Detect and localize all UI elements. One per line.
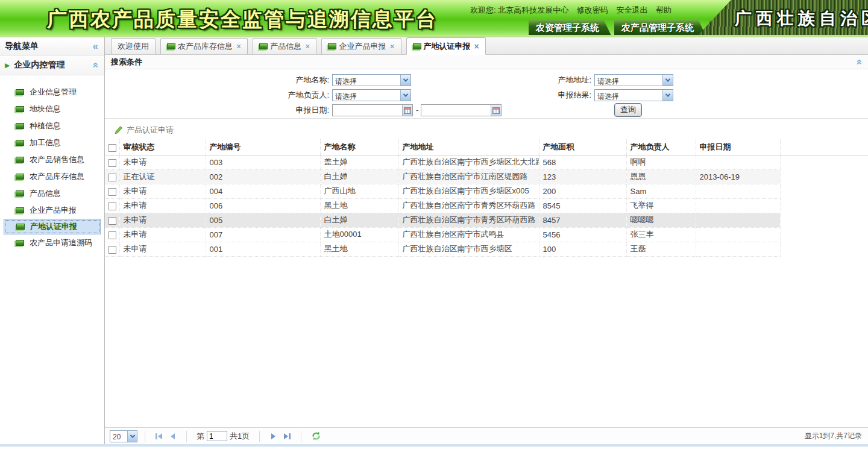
- tab-welcome[interactable]: 欢迎使用: [111, 38, 156, 54]
- table-row[interactable]: 未申请 007 土地00001 广西壮族自治区南宁市武鸣县 5456 张三丰: [105, 228, 868, 242]
- folder-icon: [16, 224, 25, 230]
- table-row[interactable]: 未申请 006 黑土地 广西壮族自治区南宁市青秀区环葫西路 8545 飞举得: [105, 199, 868, 213]
- sidebar-item-label: 产地认证申报: [30, 221, 77, 232]
- row-checkbox[interactable]: [108, 217, 116, 225]
- sidebar-item-label: 企业信息管理: [30, 87, 77, 98]
- sidebar-item-land-info[interactable]: 地块信息: [4, 101, 101, 118]
- last-page-button[interactable]: [280, 430, 294, 442]
- folder-icon: [16, 207, 24, 213]
- table-row[interactable]: 未申请 001 黑土地 广西壮族自治区南宁市西乡塘区 100 王磊: [105, 242, 868, 257]
- folder-icon: [16, 240, 24, 246]
- results-table: 审核状态 产地编号 产地名称 产地地址 产地面积 产地负责人 申报日期 未申请 …: [105, 139, 868, 257]
- page-size-value: 20: [110, 431, 127, 442]
- select-all-checkbox[interactable]: [108, 144, 116, 152]
- col-area: 产地面积: [539, 139, 626, 155]
- page-number-input[interactable]: [207, 431, 227, 441]
- tab-product-info[interactable]: 产品信息 ×: [253, 38, 316, 54]
- folder-icon: [259, 43, 268, 49]
- table-row[interactable]: 未申请 004 广西山地 广西壮族自治区南宁市西乡塘区x005 200 Sam: [105, 184, 868, 199]
- chevron-down-icon[interactable]: [662, 90, 673, 101]
- query-button[interactable]: 查询: [614, 103, 642, 117]
- sidebar-title: 导航菜单: [5, 41, 39, 52]
- tab-origin-cert-declare[interactable]: 产地认证申报 ×: [406, 37, 486, 55]
- pagination-bar: 20 第 共1页: [105, 427, 868, 444]
- search-collapse-icon[interactable]: «: [853, 59, 865, 64]
- tab-bar: 欢迎使用 农产品库存信息 × 产品信息 × 企业产品申报 × 产地认证申报 ×: [105, 37, 868, 55]
- select-value: 请选择: [595, 75, 662, 86]
- close-icon[interactable]: ×: [389, 42, 394, 51]
- page-prefix: 第: [197, 431, 204, 442]
- col-manager: 产地负责人: [626, 139, 696, 155]
- table-row[interactable]: 正在认证 002 白土婵 广西壮族自治区南宁市江南区堤园路 123 恩恩 201…: [105, 170, 868, 184]
- content-area: 欢迎使用 农产品库存信息 × 产品信息 × 企业产品申报 × 产地认证申报 ×: [105, 37, 868, 444]
- sidebar-collapse-icon[interactable]: «: [93, 40, 98, 52]
- prev-page-button[interactable]: [166, 430, 179, 442]
- date-to-field[interactable]: [421, 104, 502, 116]
- declare-result-label: 申报结果:: [480, 89, 591, 101]
- welcome-bar: 欢迎您: 北京高科技发展中心 修改密码 安全退出 帮助: [470, 5, 760, 16]
- sidebar-item-label: 农产品销售信息: [30, 154, 84, 165]
- next-page-button[interactable]: [267, 430, 280, 442]
- sidebar-section-internal-control[interactable]: ▶ 企业内控管理 «: [0, 55, 104, 75]
- folder-icon: [16, 190, 24, 196]
- change-password-link[interactable]: 修改密码: [577, 5, 608, 14]
- sidebar-item-planting-info[interactable]: 种植信息: [4, 118, 101, 134]
- origin-name-select[interactable]: 请选择: [332, 74, 411, 86]
- folder-icon: [16, 174, 24, 180]
- chevron-down-icon[interactable]: [662, 75, 673, 86]
- declare-result-select[interactable]: 请选择: [594, 89, 673, 101]
- sidebar-item-origin-cert-declare[interactable]: 产地认证申报: [4, 219, 101, 234]
- origin-address-select[interactable]: 请选择: [594, 74, 673, 86]
- sidebar-item-label: 加工信息: [30, 137, 61, 148]
- row-checkbox[interactable]: [108, 159, 116, 167]
- folder-icon: [16, 106, 24, 112]
- tab-label: 农产品库存信息: [178, 41, 233, 52]
- sidebar-item-processing-info[interactable]: 加工信息: [4, 134, 101, 151]
- section-collapse-icon[interactable]: «: [89, 62, 101, 68]
- date-from-input[interactable]: [333, 105, 402, 115]
- sidebar-item-inventory-info[interactable]: 农产品库存信息: [4, 168, 101, 185]
- sidebar-item-trace-code-apply[interactable]: 农产品申请追溯码: [4, 234, 101, 251]
- row-checkbox[interactable]: [108, 231, 116, 239]
- refresh-icon[interactable]: [311, 431, 321, 441]
- sidebar-item-product-info[interactable]: 产品信息: [4, 185, 101, 202]
- table-row[interactable]: 未申请 003 盖土婵 广西壮族自治区南宁市西乡塘区北大北路 568 啊啊: [105, 155, 868, 170]
- calendar-icon[interactable]: [491, 105, 501, 116]
- chevron-down-icon[interactable]: [400, 75, 410, 86]
- pager-separator: [301, 431, 301, 442]
- help-link[interactable]: 帮助: [656, 5, 671, 14]
- search-form: 产地名称: 产地地址: 产地负责人: 申报结果: 申报日期: 请选择 请选择 请…: [105, 69, 868, 118]
- sidebar-item-product-declare[interactable]: 企业产品申报: [4, 202, 101, 219]
- origin-manager-select[interactable]: 请选择: [332, 89, 411, 101]
- sidebar-item-enterprise-info[interactable]: 企业信息管理: [4, 84, 101, 101]
- row-checkbox[interactable]: [108, 203, 116, 210]
- logout-link[interactable]: 安全退出: [616, 5, 647, 14]
- close-icon[interactable]: ×: [474, 42, 479, 51]
- row-checkbox[interactable]: [108, 174, 116, 181]
- sidebar-item-label: 产品信息: [30, 188, 61, 199]
- chevron-down-icon[interactable]: [127, 431, 137, 442]
- chevron-down-icon[interactable]: [400, 90, 410, 101]
- close-icon[interactable]: ×: [305, 42, 310, 51]
- tab-product-declare[interactable]: 企业产品申报 ×: [321, 38, 401, 54]
- pager-separator: [145, 431, 145, 442]
- sidebar-item-label: 企业产品申报: [30, 205, 77, 216]
- nav-agri-input-system[interactable]: 农资管理子系统: [529, 19, 611, 36]
- page-size-select[interactable]: 20: [110, 430, 137, 442]
- date-from-field[interactable]: [332, 104, 413, 116]
- table-row[interactable]: 未申请 005 白土婵 广西壮族自治区南宁市青秀区环葫西路 8457 嗯嗯嗯: [105, 213, 868, 228]
- tab-label: 欢迎使用: [118, 41, 149, 52]
- col-code: 产地编号: [206, 139, 320, 155]
- date-to-input[interactable]: [421, 105, 491, 115]
- select-value: 请选择: [333, 75, 400, 86]
- tab-label: 产地认证申报: [424, 41, 471, 52]
- tab-inventory-info[interactable]: 农产品库存信息 ×: [160, 38, 248, 54]
- calendar-icon[interactable]: [402, 105, 412, 116]
- row-checkbox[interactable]: [108, 246, 116, 254]
- row-checkbox[interactable]: [108, 188, 116, 196]
- sidebar-item-sales-info[interactable]: 农产品销售信息: [4, 151, 101, 168]
- first-page-button[interactable]: [153, 430, 166, 442]
- folder-icon: [167, 43, 175, 49]
- nav-agri-product-system[interactable]: 农产品管理子系统: [614, 19, 706, 36]
- close-icon[interactable]: ×: [236, 42, 241, 51]
